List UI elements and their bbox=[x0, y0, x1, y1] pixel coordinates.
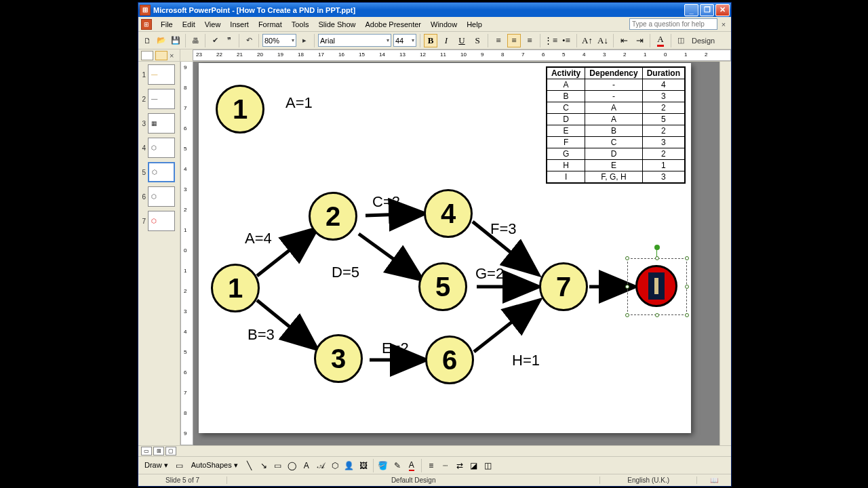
clipart-button[interactable]: 👤 bbox=[343, 460, 355, 472]
slide-thumbnail-row[interactable]: 7⬡ bbox=[140, 211, 178, 231]
decrease-font-button[interactable]: A↓ bbox=[596, 34, 610, 47]
slide-thumbnail-row[interactable]: 3▦ bbox=[140, 113, 178, 134]
node-end-selected[interactable] bbox=[635, 265, 677, 307]
menu-help[interactable]: Help bbox=[462, 18, 487, 30]
slide-thumbnail-row[interactable]: 2— bbox=[140, 89, 178, 109]
bulleted-list-button[interactable]: •≡ bbox=[559, 34, 573, 47]
menu-insert[interactable]: Insert bbox=[225, 18, 254, 30]
vertical-ruler[interactable]: 9876543210123456789 bbox=[180, 62, 193, 445]
decrease-indent-button[interactable]: ⇤ bbox=[617, 34, 631, 47]
dash-style-button[interactable]: ┈ bbox=[439, 460, 452, 472]
bold-button[interactable]: B bbox=[424, 34, 437, 47]
shadow-button[interactable]: S bbox=[471, 34, 484, 47]
font-size-combo[interactable]: 44▾ bbox=[393, 34, 416, 47]
node-7[interactable]: 7 bbox=[539, 262, 588, 311]
rectangle-tool-button[interactable]: ▭ bbox=[272, 460, 284, 472]
minimize-button[interactable]: _ bbox=[684, 4, 698, 16]
slide-thumbnail[interactable]: — bbox=[148, 89, 175, 109]
print-button[interactable]: 🖶 bbox=[189, 35, 201, 47]
font-color-draw-button[interactable]: A bbox=[406, 460, 418, 472]
legend-node[interactable]: 1 bbox=[216, 85, 264, 134]
align-left-button[interactable]: ≡ bbox=[492, 34, 505, 47]
align-right-button[interactable]: ≡ bbox=[523, 34, 536, 47]
help-pane-close-icon[interactable]: × bbox=[719, 20, 728, 28]
undo-button[interactable]: ↶ bbox=[243, 35, 255, 47]
node-2[interactable]: 2 bbox=[309, 192, 357, 241]
menu-format[interactable]: Format bbox=[254, 18, 287, 30]
textbox-tool-button[interactable]: A bbox=[300, 460, 313, 472]
normal-view-button[interactable]: ▭ bbox=[141, 447, 152, 455]
slide-canvas-area[interactable]: 1 A=1 Activity Dependency Duration A-4B-… bbox=[193, 62, 719, 445]
slide-thumbnail[interactable]: ⬡ bbox=[148, 211, 175, 231]
edge-label-H[interactable]: H=1 bbox=[512, 352, 540, 369]
design-icon[interactable]: ◫ bbox=[675, 35, 687, 47]
slide-thumbnail-row[interactable]: 5⬡ bbox=[140, 162, 178, 182]
node-4[interactable]: 4 bbox=[424, 189, 473, 238]
toolbar-options-button[interactable]: ▸ bbox=[298, 35, 311, 47]
menu-adobe-presenter[interactable]: Adobe Presenter bbox=[360, 18, 426, 30]
edge-label-C[interactable]: C=2 bbox=[372, 193, 400, 211]
slide-thumbnail[interactable]: ⬡ bbox=[148, 138, 175, 158]
document-icon[interactable]: ⊞ bbox=[141, 19, 152, 30]
node-5[interactable]: 5 bbox=[418, 262, 467, 311]
maximize-button[interactable]: ❐ bbox=[700, 4, 714, 16]
slides-panel[interactable]: 1—2—3▦4⬡5⬡6⬡7⬡ bbox=[138, 62, 180, 445]
node-1[interactable]: 1 bbox=[211, 264, 260, 312]
autoshapes-button[interactable]: AutoShapes ▾ bbox=[188, 460, 241, 470]
edge-label-G[interactable]: G=2 bbox=[475, 265, 504, 283]
slide-thumbnail[interactable]: ▦ bbox=[148, 113, 175, 134]
arrow-style-button[interactable]: ⇄ bbox=[454, 460, 466, 472]
slide-thumbnail-row[interactable]: 1— bbox=[140, 64, 178, 85]
pane-close-icon[interactable]: × bbox=[170, 52, 174, 60]
align-center-button[interactable]: ≡ bbox=[507, 34, 521, 47]
menu-window[interactable]: Window bbox=[426, 18, 462, 30]
new-button[interactable]: 🗋 bbox=[141, 35, 153, 47]
slide[interactable]: 1 A=1 Activity Dependency Duration A-4B-… bbox=[199, 63, 691, 433]
arrow-tool-button[interactable]: ↘ bbox=[258, 460, 270, 472]
node-6[interactable]: 6 bbox=[425, 336, 474, 384]
line-style-button[interactable]: ≡ bbox=[425, 460, 437, 472]
edge-label-B[interactable]: B=3 bbox=[248, 326, 275, 344]
activity-table[interactable]: Activity Dependency Duration A-4B-3CA2DA… bbox=[546, 66, 686, 184]
menu-file[interactable]: File bbox=[156, 18, 178, 30]
wordart-button[interactable]: 𝒜 bbox=[315, 460, 327, 472]
design-button[interactable]: Design bbox=[689, 37, 717, 45]
zoom-combo[interactable]: 80%▾ bbox=[262, 34, 296, 47]
vertical-scrollbar[interactable] bbox=[719, 62, 731, 445]
help-search-input[interactable] bbox=[629, 18, 717, 30]
close-button[interactable]: ✕ bbox=[715, 4, 730, 16]
menu-edit[interactable]: Edit bbox=[178, 18, 200, 30]
edge-label-F[interactable]: F=3 bbox=[490, 220, 517, 238]
outline-tab[interactable] bbox=[141, 51, 153, 60]
line-color-button[interactable]: ✎ bbox=[391, 460, 403, 472]
slide-thumbnail[interactable]: ⬡ bbox=[148, 162, 175, 182]
sorter-view-button[interactable]: ⊞ bbox=[153, 447, 164, 455]
spelling-button[interactable]: ✔ bbox=[209, 35, 221, 47]
font-color-button[interactable]: A bbox=[654, 34, 667, 47]
slide-thumbnail-row[interactable]: 6⬡ bbox=[140, 186, 178, 207]
select-objects-button[interactable]: ▭ bbox=[174, 460, 186, 472]
shadow-style-button[interactable]: ◪ bbox=[468, 460, 480, 472]
diagram-button[interactable]: ⬡ bbox=[329, 460, 341, 472]
picture-button[interactable]: 🖼 bbox=[357, 460, 370, 472]
underline-button[interactable]: U bbox=[455, 34, 469, 47]
slide-thumbnail[interactable]: ⬡ bbox=[148, 186, 175, 207]
edge-label-D[interactable]: D=5 bbox=[332, 264, 359, 281]
increase-font-button[interactable]: A↑ bbox=[580, 34, 594, 47]
draw-menu-button[interactable]: Draw ▾ bbox=[141, 460, 172, 470]
font-combo[interactable]: Arial▾ bbox=[318, 34, 391, 47]
slide-thumbnail-row[interactable]: 4⬡ bbox=[140, 138, 178, 158]
save-button[interactable]: 💾 bbox=[170, 35, 182, 47]
fill-color-button[interactable]: 🪣 bbox=[377, 460, 389, 472]
3d-style-button[interactable]: ◫ bbox=[482, 460, 494, 472]
status-spellcheck-icon[interactable]: 📖 bbox=[697, 476, 731, 484]
slide-thumbnail[interactable]: — bbox=[148, 64, 175, 85]
menu-view[interactable]: View bbox=[200, 18, 226, 30]
open-button[interactable]: 📂 bbox=[155, 35, 167, 47]
rotation-handle[interactable] bbox=[654, 245, 660, 250]
edge-label-A[interactable]: A=4 bbox=[245, 230, 272, 247]
edge-label-E[interactable]: E=2 bbox=[382, 340, 409, 357]
menu-slideshow[interactable]: Slide Show bbox=[313, 18, 360, 30]
menu-tools[interactable]: Tools bbox=[287, 18, 314, 30]
slideshow-view-button[interactable]: ▢ bbox=[165, 447, 176, 455]
